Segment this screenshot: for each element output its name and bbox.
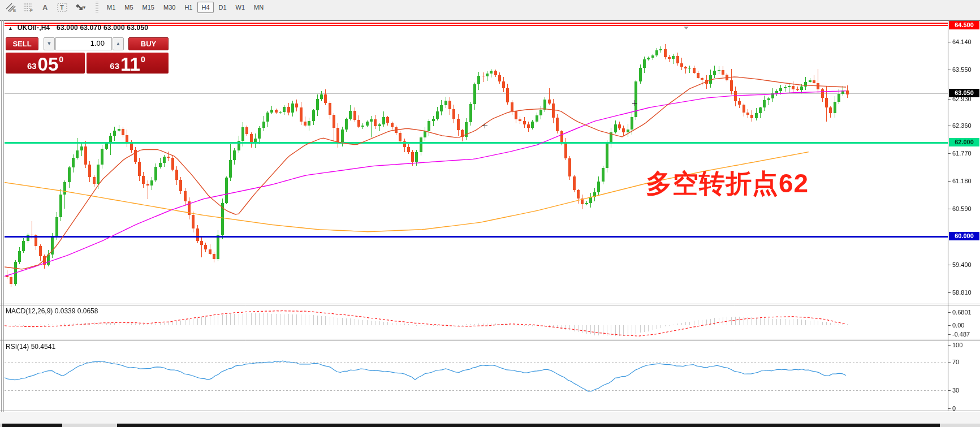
level-support-green: 62.000: [949, 138, 979, 146]
bottom-bar-segment: [117, 424, 940, 427]
price-tick-label: 61.180: [952, 178, 972, 184]
rsi-indicator-label: RSI(14) 50.4541: [6, 343, 55, 351]
volume-decrease-button[interactable]: ▼: [44, 37, 55, 50]
sell-price-button[interactable]: 63 05 0: [6, 53, 85, 74]
buy-price-big: 11: [120, 56, 140, 73]
one-click-trading-panel: SELL ▼ 1.00 ▲ BUY 63 05 0 63 11 0: [6, 37, 169, 74]
macd-indicator-label: MACD(12,26,9) 0.0339 0.0658: [6, 307, 98, 315]
price-tick-label: 62.360: [952, 122, 972, 129]
macd-axis-label: 0.6801: [952, 309, 972, 316]
sell-price-prefix: 63: [27, 61, 37, 71]
buy-price-prefix: 63: [110, 61, 119, 71]
volume-increase-button[interactable]: ▲: [113, 37, 124, 50]
rsi-axis-label: 0: [952, 405, 956, 412]
price-tick-label: 58.810: [952, 289, 972, 296]
level-resistance-red: 64.500: [949, 21, 979, 29]
sell-price-big: 05: [38, 56, 59, 73]
price-tick-label: 63.550: [952, 66, 972, 73]
symbol-period-label: UKOil-,H4: [18, 24, 50, 32]
window-bottom-edge: [0, 424, 980, 427]
price-tick-label: 60.590: [952, 205, 972, 212]
macd-axis-label: 0.00: [952, 322, 964, 329]
buy-button[interactable]: BUY: [128, 37, 169, 50]
ohlc-values: 63.000 63.070 63.000 63.050: [57, 24, 148, 32]
level-current-price: 63.050: [949, 89, 979, 97]
sell-price-sup: 0: [59, 55, 63, 64]
buy-price-sup: 0: [141, 55, 145, 64]
price-tick-label: 64.140: [952, 38, 972, 45]
date-axis[interactable]: [0, 412, 980, 424]
chart-annotation-text: 多空转折点62: [646, 166, 809, 201]
level-support-blue: 60.000: [949, 232, 979, 240]
collapse-arrow-icon[interactable]: ▲: [8, 25, 13, 31]
sell-button[interactable]: SELL: [6, 37, 38, 50]
rsi-axis-label: 70: [952, 359, 959, 365]
price-tick-label: 61.770: [952, 150, 972, 157]
bottom-bar-segment: [2, 424, 62, 427]
volume-input[interactable]: 1.00: [55, 37, 112, 50]
buy-price-button[interactable]: 63 11 0: [87, 53, 169, 74]
rsi-axis-label: 100: [952, 342, 962, 348]
price-tick-label: 59.400: [952, 261, 972, 268]
rsi-axis-label: 30: [952, 387, 959, 394]
chart-title: ▲ UKOil-,H4 63.000 63.070 63.000 63.050: [8, 24, 148, 32]
macd-axis-label: -0.487: [952, 331, 970, 338]
